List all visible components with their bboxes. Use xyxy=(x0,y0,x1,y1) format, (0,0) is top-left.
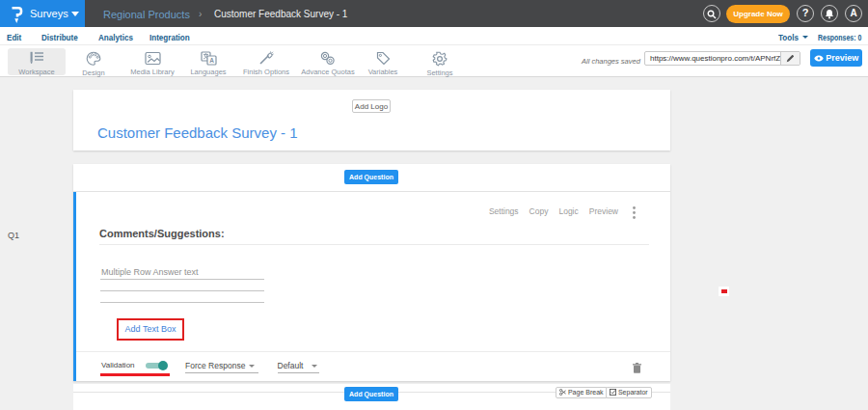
svg-text:A: A xyxy=(209,57,214,64)
